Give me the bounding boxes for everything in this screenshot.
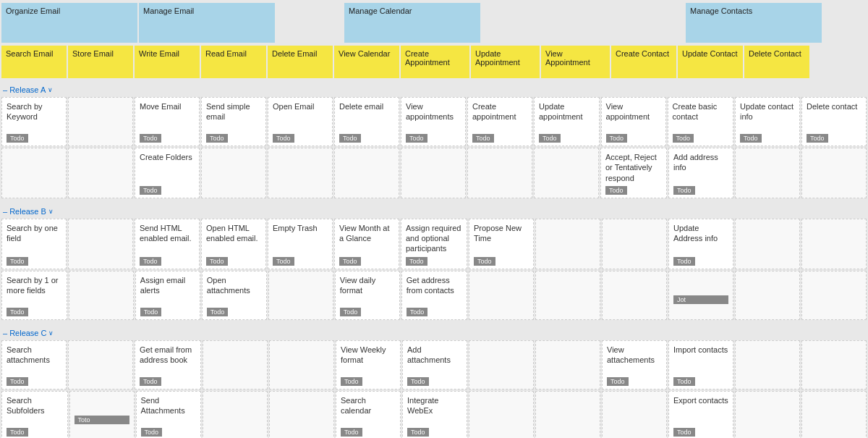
yellow-update-contact: Update Contact bbox=[678, 46, 743, 78]
task-empty-b4 bbox=[735, 219, 800, 269]
header-manage-contacts: Manage Contacts bbox=[686, 3, 822, 43]
task-delete-contact: Delete contact Todo bbox=[801, 97, 867, 146]
header-manage-email: Manage Email bbox=[139, 3, 275, 43]
task-assign-participants: Assign required and optional participant… bbox=[401, 219, 467, 269]
task-empty-c4 bbox=[469, 340, 534, 389]
task-delete-email: Delete email Todo bbox=[334, 97, 399, 146]
task-empty-c14 bbox=[735, 391, 800, 438]
header-empty5 bbox=[823, 3, 868, 43]
task-empty-a5 bbox=[268, 148, 333, 198]
header-empty3 bbox=[550, 3, 616, 43]
task-empty-a4 bbox=[201, 148, 266, 198]
release-b-header[interactable]: – Release B ∨ bbox=[1, 204, 867, 219]
task-empty-a2 bbox=[1, 148, 67, 198]
release-b-section: – Release B ∨ Search by one field Todo S… bbox=[0, 203, 868, 324]
task-search-1-more-fields: Search by 1 or more fields Todo bbox=[1, 271, 67, 320]
task-search-subfolders: Search Subfolders Todo bbox=[1, 391, 68, 438]
yellow-view-appointment: View Appointment bbox=[541, 46, 610, 78]
task-create-basic-contact: Create basic contact Todo bbox=[668, 97, 733, 146]
task-empty-b5 bbox=[801, 219, 867, 269]
release-c-row1: Search attachments Todo Get email from a… bbox=[1, 340, 867, 389]
task-empty-b13 bbox=[801, 271, 867, 320]
yellow-write-email: Write Email bbox=[135, 46, 200, 78]
task-update-address-info: Update Address info Todo bbox=[668, 219, 733, 269]
header-blue-row: Organize Email Manage Email Manage Calen… bbox=[0, 0, 868, 44]
task-empty-c7 bbox=[801, 340, 867, 389]
header-empty4 bbox=[618, 3, 684, 43]
task-empty-c6 bbox=[735, 340, 800, 389]
header-organize-email: Organize Email bbox=[1, 3, 137, 43]
task-integrate-webex: Integrate WebEx Todo bbox=[402, 391, 467, 438]
task-send-html-email: Send HTML enabled email. Todo bbox=[135, 219, 200, 269]
task-view-appointment: View appointment Todo bbox=[601, 97, 666, 146]
task-empty-b9 bbox=[535, 271, 600, 320]
task-empty-a6 bbox=[334, 148, 399, 198]
task-empty-c13 bbox=[602, 391, 667, 438]
task-empty-c8: Toto bbox=[69, 391, 135, 438]
task-view-month: View Month at a Glance Todo bbox=[334, 219, 399, 269]
release-c-header[interactable]: – Release C ∨ bbox=[1, 326, 867, 340]
header-empty2 bbox=[482, 3, 548, 43]
main-container: Organize Email Manage Email Manage Calen… bbox=[0, 0, 868, 438]
task-create-appointment: Create appointment Todo bbox=[467, 97, 532, 146]
task-send-attachments: Send Attachments Todo bbox=[136, 391, 201, 438]
task-empty-a7 bbox=[401, 148, 466, 198]
task-empty-c10 bbox=[269, 391, 334, 438]
yellow-read-email: Read Email bbox=[201, 46, 266, 78]
task-empty-a11 bbox=[801, 148, 867, 198]
task-export-contacts: Export contacts Todo bbox=[668, 391, 733, 438]
release-a-header[interactable]: – Release A ∨ bbox=[1, 83, 867, 97]
task-get-address-contacts: Get address from contacts Todo bbox=[401, 271, 467, 320]
task-search-calendar: Search calendar Todo bbox=[336, 391, 401, 438]
task-view-daily-format: View daily format Todo bbox=[335, 271, 400, 320]
task-empty-a10 bbox=[735, 148, 800, 198]
release-c-row2: Search Subfolders Todo Toto Send Attachm… bbox=[1, 391, 867, 438]
toto-badge: Toto bbox=[75, 416, 129, 424]
task-empty-b2 bbox=[535, 219, 600, 269]
task-update-contact-info: Update contact info Todo bbox=[735, 97, 800, 146]
task-view-attachements: View attachements Todo bbox=[602, 340, 667, 389]
task-send-simple-email: Send simple email Todo bbox=[201, 97, 266, 146]
jot-badge: Jot bbox=[673, 295, 728, 304]
task-update-appointment: Update appointment Todo bbox=[534, 97, 600, 146]
yellow-create-contact: Create Contact bbox=[611, 46, 676, 78]
task-move-email: Move Email Todo bbox=[135, 97, 200, 146]
task-empty-trash: Empty Trash Todo bbox=[268, 219, 333, 269]
task-create-folders: Create Folders Todo bbox=[135, 148, 200, 198]
task-add-attachments: Add attachments Todo bbox=[402, 340, 467, 389]
task-add-address-info: Add address info Todo bbox=[668, 148, 733, 198]
task-empty-b1 bbox=[68, 219, 133, 269]
task-empty-c1 bbox=[68, 340, 133, 389]
task-propose-new-time: Propose New Time Todo bbox=[469, 219, 534, 269]
task-empty-c5 bbox=[535, 340, 600, 389]
task-empty-c11 bbox=[469, 391, 534, 438]
task-empty-b6 bbox=[69, 271, 134, 320]
release-b-row2: Search by 1 or more fields Todo Assign e… bbox=[1, 271, 867, 320]
release-a-row2: Create Folders Todo Accept, Reject or Te… bbox=[1, 148, 867, 198]
task-empty-a9 bbox=[534, 148, 599, 198]
task-empty-b10 bbox=[602, 271, 667, 320]
yellow-delete-email: Delete Email bbox=[268, 46, 333, 78]
task-assign-email-alerts: Assign email alerts Todo bbox=[135, 271, 200, 320]
task-empty-b11: Jot bbox=[668, 271, 733, 320]
task-accept-reject: Accept, Reject or Tentatively respond To… bbox=[600, 148, 667, 198]
release-b-row1: Search by one field Todo Send HTML enabl… bbox=[1, 219, 867, 269]
yellow-view-calendar: View Calendar bbox=[334, 46, 399, 78]
task-empty-c12 bbox=[535, 391, 600, 438]
task-empty-b3 bbox=[602, 219, 667, 269]
task-empty-a3 bbox=[68, 148, 133, 198]
task-view-appointments: View appointments Todo bbox=[401, 97, 466, 146]
yellow-update-appointment: Update Appointment bbox=[471, 46, 540, 78]
task-empty-b7 bbox=[268, 271, 333, 320]
task-empty-b8 bbox=[469, 271, 534, 320]
task-empty-a1 bbox=[68, 97, 133, 146]
yellow-search-email: Search Email bbox=[1, 46, 67, 78]
yellow-features-row: Search Email Store Email Write Email Rea… bbox=[0, 44, 868, 81]
task-search-one-field: Search by one field Todo bbox=[1, 219, 67, 269]
task-empty-c15 bbox=[801, 391, 867, 438]
task-search-keyword: Search by Keyword Todo bbox=[1, 97, 67, 146]
task-empty-c3 bbox=[269, 340, 334, 389]
task-empty-c9 bbox=[203, 391, 268, 438]
task-open-html-email: Open HTML enabled email. Todo bbox=[201, 219, 266, 269]
yellow-create-appointment: Create Appointment bbox=[401, 46, 469, 78]
